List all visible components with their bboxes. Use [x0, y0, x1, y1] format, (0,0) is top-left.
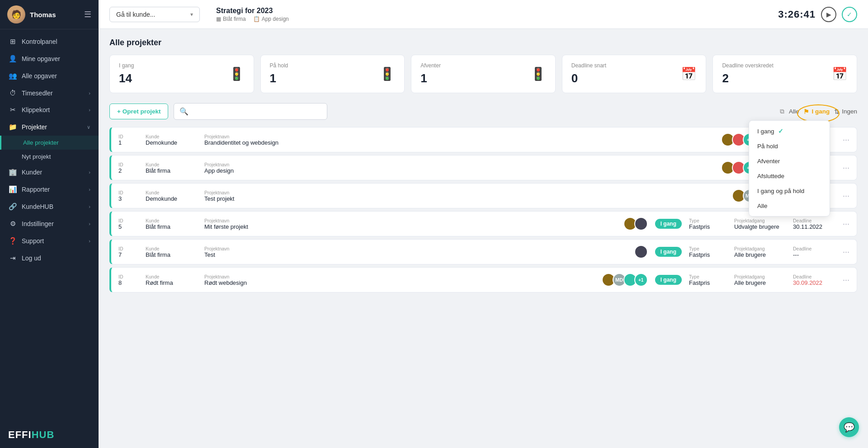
- status-badge: I gang: [655, 247, 682, 257]
- chevron-right-icon: ›: [89, 187, 90, 192]
- stat-card-deadline-snart: Deadline snart 0 📅: [562, 55, 707, 93]
- dropdown-item-i-gang[interactable]: I gang ✓: [749, 123, 830, 139]
- dropdown-label: Afventer: [757, 158, 780, 165]
- page-title: Alle projekter: [109, 38, 857, 47]
- calendar-icon: 📅: [681, 66, 697, 81]
- logout-icon: ⇥: [8, 254, 17, 262]
- more-options-button[interactable]: ···: [843, 219, 849, 229]
- folder-icon: 📁: [8, 123, 17, 131]
- more-options-button[interactable]: ···: [843, 275, 849, 285]
- sidebar-item-kundehub[interactable]: 🔗 KundeHUB ›: [0, 198, 99, 215]
- project-type: Fastpris: [689, 279, 734, 286]
- sidebar-item-mine-opgaver[interactable]: 👤 Mine opgaver: [0, 50, 99, 67]
- project-customer: Rødt firma: [146, 279, 204, 286]
- more-options-button[interactable]: ···: [843, 247, 849, 257]
- dropdown-item-afsluttede[interactable]: Afsluttede: [749, 169, 830, 184]
- table-row[interactable]: ID 7 Kunde Blåt firma Projektnavn Test I…: [109, 239, 857, 264]
- filter-ingen[interactable]: ⇅ Ingen: [834, 108, 857, 115]
- doc-icon: 📋: [253, 16, 260, 22]
- play-button[interactable]: ▶: [821, 7, 836, 22]
- chevron-right-icon: ›: [89, 238, 90, 244]
- sidebar-item-label: KundeHUB: [22, 203, 53, 210]
- project-deadline: 30.09.2022: [793, 279, 843, 286]
- person-icon: 👤: [8, 55, 17, 63]
- sidebar-item-kontrolpanel[interactable]: ⊞ Kontrolpanel: [0, 33, 99, 50]
- project-access-block: Projektadgang Alle brugere: [734, 274, 793, 286]
- chat-icon: 💬: [844, 422, 855, 433]
- sidebar-sub-item-nyt-projekt[interactable]: Nyt projekt: [0, 150, 99, 164]
- dropdown-item-i-gang-og-paa-hold[interactable]: I gang og på hold: [749, 184, 830, 198]
- project-name-block: Projektnavn Test projekt: [204, 190, 732, 202]
- sidebar-item-support[interactable]: ❓ Support ›: [0, 232, 99, 250]
- stat-value: 14: [119, 71, 134, 85]
- table-row[interactable]: ID 3 Kunde Demokunde Projektnavn Test pr…: [109, 183, 857, 208]
- project-deadline-block: Deadline ---: [793, 246, 843, 258]
- more-options-button[interactable]: ···: [843, 191, 849, 201]
- sidebar-item-log-ud[interactable]: ⇥ Log ud: [0, 250, 99, 267]
- project-id: 7: [118, 251, 146, 258]
- project-access: Udvalgte brugere: [734, 223, 793, 230]
- project-customer: Demokunde: [146, 195, 204, 202]
- status-badge: I gang: [655, 275, 682, 285]
- breadcrumb: ▦ Blåt firma 📋 App design: [216, 16, 771, 22]
- status-badge: I gang: [655, 219, 682, 229]
- sidebar-item-klippekort[interactable]: ✂ Klippekort ›: [0, 101, 99, 118]
- sort-icon: ⇅: [834, 108, 840, 115]
- sidebar-item-kunder[interactable]: 🏢 Kunder ›: [0, 164, 99, 181]
- project-customer-block: Kunde Demokunde: [146, 134, 204, 146]
- check-button[interactable]: ✓: [842, 7, 857, 22]
- hamburger-menu[interactable]: ☰: [84, 9, 91, 19]
- breadcrumb-item-design: 📋 App design: [253, 16, 289, 22]
- project-id: 8: [118, 279, 146, 286]
- chevron-right-icon: ›: [89, 204, 90, 209]
- sidebar-sub-item-alle-projekter[interactable]: Alle projekter: [0, 136, 99, 150]
- project-name: Rødt webdesign: [204, 279, 602, 286]
- stat-label: På hold: [270, 62, 288, 69]
- sidebar-nav: ⊞ Kontrolpanel 👤 Mine opgaver 👥 Alle opg…: [0, 29, 99, 422]
- more-options-button[interactable]: ···: [843, 135, 849, 145]
- avatar-image: 🧑: [7, 5, 25, 24]
- table-row[interactable]: ID 2 Kunde Blåt firma Projektnavn App de…: [109, 155, 857, 180]
- table-row[interactable]: ID 5 Kunde Blåt firma Projektnavn Mit fø…: [109, 211, 857, 236]
- sidebar-item-indstillinger[interactable]: ⚙ Indstillinger ›: [0, 215, 99, 232]
- customer-select-label: Gå til kunde...: [116, 11, 155, 18]
- project-name-block: Projektnavn Test: [204, 246, 634, 258]
- avatar-count: +1: [634, 273, 648, 287]
- stat-value: 0: [571, 71, 606, 85]
- sidebar-item-label: Log ud: [22, 255, 41, 262]
- dropdown-item-alle[interactable]: Alle: [749, 198, 830, 213]
- project-customer-block: Kunde Blåt firma: [146, 162, 204, 174]
- sidebar-item-timesedler[interactable]: ⏱ Timesedler ›: [0, 85, 99, 101]
- chat-button[interactable]: 💬: [839, 417, 859, 437]
- filter-alle-label: Alle: [789, 108, 799, 115]
- dropdown-label: I gang: [757, 128, 774, 135]
- logo-part2: HUB: [32, 429, 55, 440]
- sidebar-item-projekter[interactable]: 📁 Projekter ∨: [0, 118, 99, 136]
- sidebar-item-rapporter[interactable]: 📊 Rapporter ›: [0, 181, 99, 198]
- project-type-block: Type Fastpris: [689, 274, 734, 286]
- project-type-block: Type Fastpris: [689, 218, 734, 230]
- filter-i-gang[interactable]: ⚑ I gang: [803, 108, 830, 115]
- project-id-block: ID 2: [118, 162, 146, 174]
- project-access: Alle brugere: [734, 251, 793, 258]
- project-name: Mit første projekt: [204, 223, 623, 230]
- filter-alle[interactable]: Alle: [789, 108, 799, 115]
- more-options-button[interactable]: ···: [843, 163, 849, 173]
- sidebar-item-alle-opgaver[interactable]: 👥 Alle opgaver: [0, 67, 99, 85]
- main-content: Gå til kunde... ▾ Strategi for 2023 ▦ Bl…: [99, 0, 868, 448]
- project-customer-block: Kunde Blåt firma: [146, 218, 204, 230]
- project-customer: Blåt firma: [146, 167, 204, 174]
- create-project-button[interactable]: + Opret projekt: [109, 104, 168, 119]
- logo: EFFIHUB: [0, 422, 99, 448]
- avatar: [634, 245, 648, 259]
- table-row[interactable]: ID 1 Kunde Demokunde Projektnavn Brandid…: [109, 127, 857, 152]
- stats-row: I gang 14 🚦 På hold 1 🚦 Afventer 1 🚦: [109, 55, 857, 93]
- dropdown-item-paa-hold[interactable]: På hold: [749, 139, 830, 154]
- project-id-block: ID 7: [118, 246, 146, 258]
- table-row[interactable]: ID 8 Kunde Rødt firma Projektnavn Rødt w…: [109, 267, 857, 292]
- customer-select[interactable]: Gå til kunde... ▾: [109, 7, 200, 22]
- sidebar-item-label: Rapporter: [22, 186, 50, 193]
- dropdown-item-afventer[interactable]: Afventer: [749, 154, 830, 169]
- stat-card-paa-hold: På hold 1 🚦: [260, 55, 405, 93]
- search-input[interactable]: [192, 108, 321, 115]
